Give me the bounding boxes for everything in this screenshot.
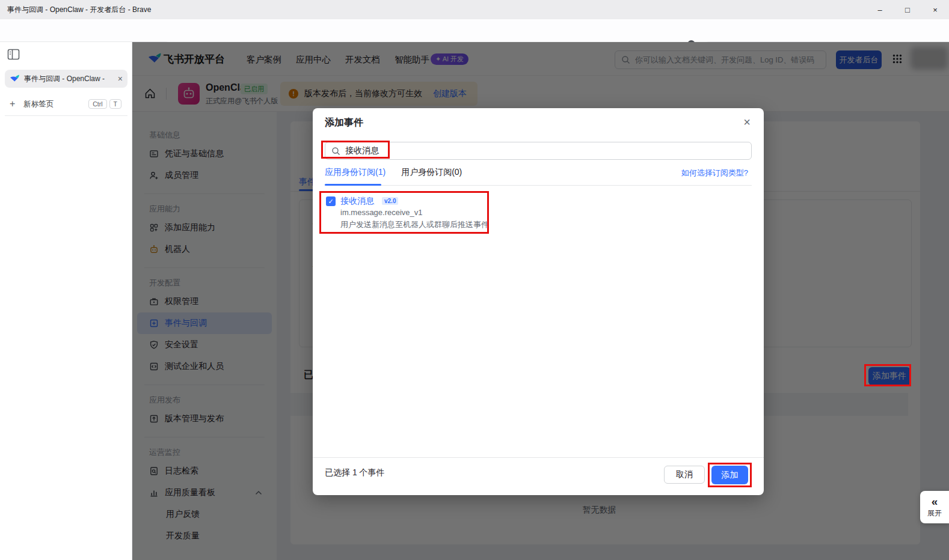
window-controls: – □ × (866, 0, 949, 19)
annotation-box-confirm-button (708, 463, 752, 487)
feishu-favicon (10, 74, 19, 84)
annotation-box-add-event-button (864, 364, 911, 386)
new-tab-label: 新标签页 (23, 99, 86, 109)
tab-title: 事件与回调 - OpenClaw - (24, 74, 115, 84)
tab-app-subscription[interactable]: 应用身份订阅(1) (325, 167, 385, 178)
browser-toolbar: open.feishu.cn/app//event?tab=event N 2 … (0, 19, 949, 42)
dialog-title: 添加事件 (325, 117, 363, 129)
subscription-tabs: 应用身份订阅(1) 用户身份订阅(0) (325, 167, 462, 178)
shortcut-t: T (109, 99, 121, 109)
sidebar-divider (5, 115, 127, 116)
double-chevron-left-icon: « (932, 496, 938, 507)
tab-close-icon[interactable]: × (118, 74, 123, 84)
window-title: 事件与回调 - OpenClaw - 开发者后台 - Brave (0, 5, 151, 15)
close-window-button[interactable]: × (921, 0, 949, 19)
browser-titlebar: 事件与回调 - OpenClaw - 开发者后台 - Brave – □ × (0, 0, 949, 19)
plus-icon: + (10, 99, 15, 109)
maximize-button[interactable]: □ (894, 0, 921, 19)
cancel-button[interactable]: 取消 (664, 466, 705, 484)
expand-label: 展开 (927, 508, 942, 519)
browser-tab-sidebar: 事件与回调 - OpenClaw - × + 新标签页 Ctrl T (0, 42, 132, 560)
selected-count-text: 已选择 1 个事件 (325, 467, 385, 478)
expand-panel-button[interactable]: « 展开 (920, 491, 949, 523)
add-event-dialog: 添加事件 × 接收消息 应用身份订阅(1) 用户身份订阅(0) 如何选择订阅类型… (313, 108, 764, 495)
browser-tab-active[interactable]: 事件与回调 - OpenClaw - × (5, 70, 127, 88)
footer-divider (313, 457, 764, 458)
minimize-button[interactable]: – (866, 0, 894, 19)
close-icon[interactable]: × (743, 115, 751, 129)
tab-panel-toggle-icon[interactable] (7, 49, 20, 60)
shortcut-ctrl: Ctrl (88, 99, 106, 109)
tab-user-subscription[interactable]: 用户身份订阅(0) (401, 167, 462, 178)
new-tab-button[interactable]: + 新标签页 Ctrl T (5, 95, 127, 113)
active-tab-underline (325, 184, 381, 186)
annotation-box-search (321, 141, 390, 159)
annotation-box-event-item (319, 191, 489, 234)
subscription-type-help-link[interactable]: 如何选择订阅类型? (681, 168, 748, 178)
tabs-divider (325, 185, 752, 186)
